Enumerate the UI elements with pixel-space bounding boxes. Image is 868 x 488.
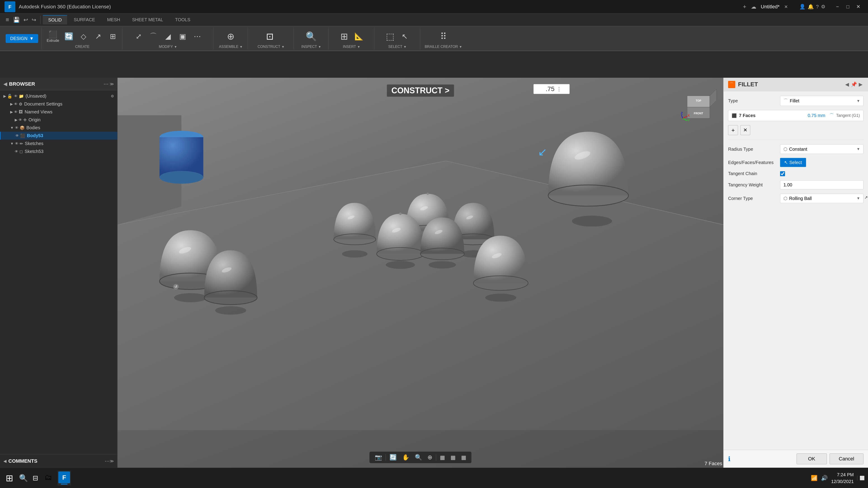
chamfer-button[interactable]: ◢	[161, 31, 175, 42]
create-more-button[interactable]: ⊞	[106, 31, 120, 42]
select2-button[interactable]: ↖	[398, 31, 412, 42]
vp-orbit-button[interactable]: 🔄	[388, 453, 399, 462]
search-button[interactable]: 🔍	[18, 473, 29, 484]
minimize-button[interactable]: −	[832, 2, 843, 11]
account-button[interactable]: ⚙	[821, 4, 826, 10]
assemble-label: ASSEMBLE	[219, 45, 239, 49]
tab-surface[interactable]: SURFACE	[68, 15, 100, 24]
fillet-pin-button[interactable]: 📌	[850, 80, 858, 88]
value-input[interactable]	[536, 86, 555, 93]
fillet-select-label: Select	[789, 160, 802, 165]
fillet-button[interactable]: ⌒	[147, 30, 160, 42]
sweep-button[interactable]: ↗	[92, 31, 105, 42]
braille-button[interactable]: ⠿	[437, 30, 450, 43]
browser-item-sketches[interactable]: ▼ 👁 ✏ Sketches	[0, 140, 117, 148]
value-more-button[interactable]: ⋮	[556, 86, 562, 92]
assemble-button[interactable]: ⊕	[224, 30, 238, 43]
shell-button[interactable]: ▣	[176, 31, 189, 42]
comments-expand-button[interactable]: ≫	[110, 459, 114, 464]
tab-sheet-metal[interactable]: SHEET METAL	[127, 15, 168, 24]
new-tab-button[interactable]: +	[743, 3, 746, 10]
browser-tree: ▶ 🔓 👁 📁 (Unsaved) ⚙ ▶ 👁 ⚙ Document Setti…	[0, 90, 117, 454]
expand-arrow-icon: ▶	[3, 94, 6, 98]
design-dropdown-button[interactable]: DESIGN ▼	[6, 34, 38, 43]
tab-tools[interactable]: TOOLS	[170, 15, 196, 24]
vp-zoom-button[interactable]: 🔍	[413, 453, 424, 462]
sign-in-button[interactable]: 👤	[799, 4, 805, 10]
fillet-corner-type-dropdown[interactable]: ⬡ Rolling Ball ▼ ↗	[780, 194, 864, 203]
fillet-cancel-button[interactable]: Cancel	[830, 453, 864, 464]
network-icon[interactable]: 📶	[811, 475, 817, 481]
taskbar-app-explorer[interactable]: 🗂	[41, 470, 55, 486]
fillet-tangent-chain-row: Tangent Chain	[728, 171, 864, 176]
svg-point-14	[174, 293, 207, 302]
browser-item-sketch53[interactable]: 👁 ◻ Sketch53	[0, 148, 117, 156]
vp-camera-button[interactable]: 📷	[373, 453, 384, 462]
fillet-expand-right-button[interactable]: ▶	[858, 80, 864, 88]
start-button[interactable]: ⊞	[3, 472, 16, 484]
modify-more-icon: ⋯	[194, 32, 201, 41]
close-button[interactable]: ✕	[853, 2, 864, 11]
fillet-add-button[interactable]: +	[728, 125, 738, 135]
notifications-button[interactable]: 🔔	[808, 4, 814, 10]
vp-display-2-button[interactable]: ▦	[449, 453, 458, 462]
viewport[interactable]: ↺ CONSTRUCT > ⋮ ↙	[118, 78, 723, 468]
sketch53-label: Sketch53	[25, 149, 43, 154]
insert-button[interactable]: ⊞	[338, 30, 351, 43]
tangency-weight-input[interactable]	[780, 180, 864, 190]
clock-time: 7:24 PM	[831, 471, 854, 478]
task-view-button[interactable]: ⊟	[31, 473, 39, 483]
press-pull-button[interactable]: ⤢	[132, 31, 145, 42]
create-group: ⬛ Extrude 🔄 ◇ ↗ ⊞ CREATE	[42, 27, 122, 50]
menu-button[interactable]: ≡	[3, 15, 11, 24]
fillet-panel-header: ⌒ FILLET ◀ 📌 ▶	[723, 78, 868, 91]
browser-collapse-button[interactable]: ◀	[3, 81, 7, 87]
maximize-button[interactable]: □	[843, 2, 853, 11]
browser-item-bodies[interactable]: ▼ 👁 📦 Bodies	[0, 124, 117, 132]
comments-collapse-button[interactable]: ◀	[3, 459, 6, 464]
browser-item-doc-settings[interactable]: ▶ 👁 ⚙ Document Settings	[0, 100, 117, 108]
save-button[interactable]: 💾	[11, 15, 22, 24]
tab-solid[interactable]: SOLID	[43, 15, 67, 24]
revolve-button[interactable]: 🔄	[62, 31, 76, 42]
browser-expand-button[interactable]: ≫	[110, 82, 114, 87]
fillet-radius-type-dropdown[interactable]: ⬡ Constant ▼	[780, 144, 864, 154]
eye-icon-unsaved: 👁	[14, 94, 18, 98]
comments-options-button[interactable]: ⋯	[105, 458, 110, 464]
fillet-remove-button[interactable]: ✕	[740, 125, 750, 135]
construct-button[interactable]: ⊡	[264, 30, 278, 43]
fillet-info-button[interactable]: ℹ	[728, 455, 731, 463]
tangent-chain-checkbox[interactable]	[780, 171, 785, 176]
select-button[interactable]: ⬚	[383, 30, 397, 43]
browser-options-button[interactable]: ⋯	[103, 81, 108, 87]
close-doc-button[interactable]: ✕	[784, 4, 788, 9]
vp-display-1-button[interactable]: ▦	[438, 453, 447, 462]
insert-more-button[interactable]: 📐	[352, 31, 366, 42]
fillet-select-button[interactable]: ↖ Select	[780, 158, 806, 167]
clock-display[interactable]: 7:24 PM 12/30/2021	[831, 471, 854, 485]
vp-display-3-button[interactable]: ▦	[459, 453, 468, 462]
viewcube[interactable]: FRONT TOP X Y Z	[678, 82, 719, 123]
fillet-ok-button[interactable]: OK	[797, 453, 827, 464]
vp-fit-button[interactable]: ⊕	[426, 453, 434, 462]
undo-button[interactable]: ↩	[22, 15, 30, 24]
help-button[interactable]: ?	[816, 4, 819, 10]
loft-button[interactable]: ◇	[77, 31, 90, 42]
browser-item-body53[interactable]: 👁 ⬛ Body53	[0, 132, 117, 140]
fillet-type-dropdown[interactable]: ⌒ Fillet ▼	[780, 96, 864, 106]
browser-item-named-views[interactable]: ▶ 👁 🖼 Named Views	[0, 108, 117, 116]
browser-item-unsaved[interactable]: ▶ 🔓 👁 📁 (Unsaved) ⚙	[0, 92, 117, 100]
inspect-button[interactable]: 🔍	[304, 30, 319, 43]
browser-item-origin[interactable]: ▶ 👁 ✛ Origin	[0, 116, 117, 124]
taskbar-app-fusion[interactable]: F	[57, 470, 71, 486]
show-desktop-button[interactable]: ⬜	[857, 476, 865, 481]
redo-button[interactable]: ↪	[30, 15, 38, 24]
fillet-collapse-left-button[interactable]: ◀	[844, 80, 850, 88]
vp-pan-button[interactable]: ✋	[400, 453, 411, 462]
tab-mesh[interactable]: MESH	[102, 15, 126, 24]
eye-icon-bodies: 👁	[15, 126, 19, 130]
volume-icon[interactable]: 🔊	[821, 475, 828, 481]
modify-more-button[interactable]: ⋯	[191, 31, 204, 42]
extrude-button[interactable]: ⬛ Extrude	[45, 29, 61, 44]
design-arrow: ▼	[29, 36, 34, 41]
